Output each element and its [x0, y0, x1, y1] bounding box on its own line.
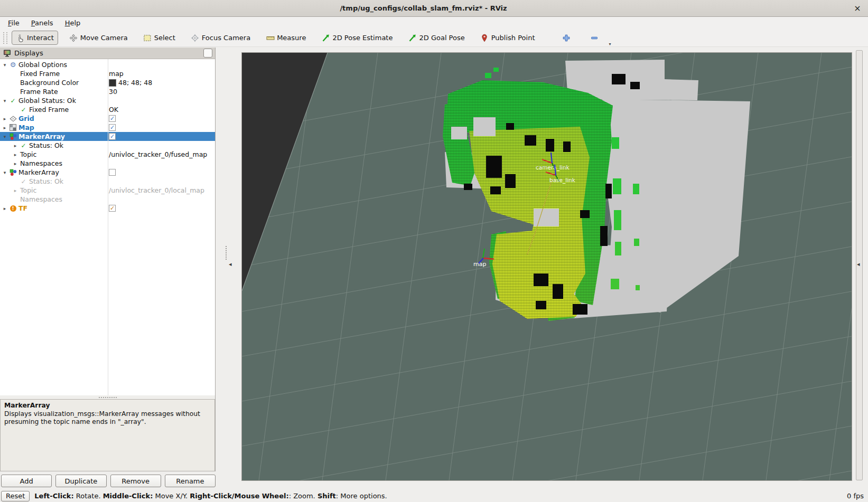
tool-label: Select	[154, 34, 175, 42]
3d-scene: camera_link base_link map	[242, 53, 852, 480]
toolbar-drag-handle[interactable]	[3, 32, 7, 44]
ruler-icon	[266, 33, 275, 42]
visibility-checkbox[interactable]	[109, 169, 116, 176]
property-value-cell: map	[109, 69, 124, 78]
display-row-15-namespaces[interactable]: Namespaces	[0, 195, 215, 204]
overflow-arrow-icon[interactable]: ▾	[609, 42, 611, 46]
display-row-label: Background Color	[19, 79, 79, 87]
display-row-9-status-ok[interactable]: ▸✓Status: Ok	[0, 141, 215, 150]
panel-splitter-handle[interactable]	[0, 395, 215, 399]
display-row-12-markerarray[interactable]: ▾MarkerArray	[0, 168, 215, 177]
display-actions: AddDuplicateRemoveRename	[1, 475, 216, 487]
display-row-7-map[interactable]: ▸Map✓	[0, 123, 215, 132]
display-row-13-status-ok[interactable]: ✓Status: Ok	[0, 177, 215, 186]
fps-counter: 0 fps	[847, 492, 864, 500]
tool-2d-pose-estimate[interactable]: 2D Pose Estimate	[317, 31, 397, 45]
tool-move-camera[interactable]: Move Camera	[65, 31, 132, 45]
description-body: Displays visualization_msgs::MarkerArray…	[4, 410, 211, 427]
display-row-14-topic[interactable]: ▸Topic/univloc_tracker_0/local_map	[0, 186, 215, 195]
panel-resize-handle[interactable]	[226, 246, 228, 260]
display-row-label: Topic	[19, 186, 36, 194]
expander-icon[interactable]: ▸	[12, 143, 19, 148]
display-row-8-markerarray[interactable]: ▾MarkerArray✓	[0, 132, 215, 141]
display-row-1-fixed-frame[interactable]: Fixed Framemap	[0, 69, 215, 78]
property-value[interactable]: map	[109, 70, 124, 78]
color-swatch	[109, 79, 116, 87]
reset-button[interactable]: Reset	[1, 491, 30, 501]
marker-array-icon	[8, 169, 17, 176]
expander-icon[interactable]: ▸	[1, 206, 8, 211]
display-row-label: MarkerArray	[17, 168, 59, 176]
expander-icon[interactable]: ▾	[1, 170, 8, 175]
duplicate-button[interactable]: Duplicate	[55, 475, 106, 487]
remove-button[interactable]: Remove	[110, 475, 161, 487]
display-row-4-global-status-ok[interactable]: ▾✓Global Status: Ok	[0, 96, 215, 105]
check-icon: ✓	[19, 106, 28, 113]
expander-icon[interactable]: ▸	[12, 161, 19, 166]
display-row-10-topic[interactable]: ▸Topic/univloc_tracker_0/fused_map	[0, 150, 215, 159]
tool-focus-camera[interactable]: Focus Camera	[186, 31, 255, 45]
expander-icon[interactable]: ▾	[1, 98, 8, 103]
expander-icon[interactable]: ▸	[12, 152, 19, 157]
property-value-cell: ✓	[109, 123, 116, 132]
expander-icon[interactable]: ▾	[1, 134, 8, 139]
help-segment: Middle-Click:	[103, 492, 153, 500]
help-segment: Move X/Y.	[153, 492, 190, 500]
tool-label: 2D Pose Estimate	[332, 34, 393, 42]
display-row-label: Frame Rate	[19, 88, 58, 96]
display-row-label: Grid	[17, 115, 34, 122]
marker-array-icon	[8, 133, 17, 140]
move-arrows-icon	[69, 33, 78, 42]
visibility-checkbox[interactable]: ✓	[109, 124, 116, 131]
expander-icon[interactable]: ▸	[1, 125, 8, 130]
collapse-right-arrow-icon[interactable]: ◂	[857, 261, 860, 268]
menu-item-help[interactable]: Help	[59, 18, 87, 28]
visibility-checkbox[interactable]: ✓	[109, 115, 116, 122]
display-row-2-background-color[interactable]: Background Color48; 48; 48	[0, 78, 215, 87]
panel-float-button[interactable]	[203, 49, 212, 58]
visibility-checkbox[interactable]: ✓	[109, 133, 116, 140]
tool-label: 2D Goal Pose	[419, 34, 464, 42]
expander-icon[interactable]: ▾	[1, 62, 8, 68]
property-value[interactable]: 30	[109, 88, 117, 96]
collapsed-right-panel-handle[interactable]: ◂	[856, 50, 863, 480]
tool-select[interactable]: Select	[139, 31, 180, 45]
expander-icon[interactable]: ▸	[12, 188, 19, 193]
menu-item-panels[interactable]: Panels	[25, 18, 59, 28]
close-button[interactable]: ×	[847, 3, 868, 13]
display-row-label: Fixed Frame	[28, 106, 69, 113]
help-segment: Left-Click:	[34, 492, 73, 500]
display-row-label: Fixed Frame	[19, 70, 60, 78]
display-row-label: Status: Ok	[28, 141, 63, 149]
display-row-5-fixed-frame[interactable]: ✓Fixed FrameOK	[0, 105, 215, 114]
tool-interact[interactable]: Interact	[12, 31, 58, 45]
add-tool-button[interactable]	[557, 31, 575, 45]
collapse-left-arrow-icon[interactable]: ◂	[229, 261, 232, 268]
display-row-3-frame-rate[interactable]: Frame Rate30	[0, 87, 215, 96]
expander-icon[interactable]: ▸	[1, 116, 8, 121]
property-value-cell: /univloc_tracker_0/fused_map	[109, 150, 207, 159]
displays-panel-header[interactable]: Displays	[0, 48, 215, 59]
check-icon: ✓	[8, 97, 17, 105]
remove-tool-button[interactable]: ▾	[585, 31, 603, 45]
property-value[interactable]: 48; 48; 48	[118, 79, 152, 87]
mouse-help-text: Left-Click: Rotate. Middle-Click: Move X…	[34, 492, 847, 500]
display-row-11-namespaces[interactable]: ▸Namespaces	[0, 159, 215, 168]
display-row-16-tf[interactable]: ▸!TF✓	[0, 204, 215, 213]
tool-publish-point[interactable]: Publish Point	[476, 31, 539, 45]
display-row-label: Namespaces	[19, 159, 62, 167]
3d-viewport[interactable]: camera_link base_link map	[242, 53, 852, 480]
rename-button[interactable]: Rename	[165, 475, 216, 487]
property-value-cell: OK	[109, 105, 118, 114]
display-row-6-grid[interactable]: ▸Grid✓	[0, 114, 215, 123]
tool-label: Focus Camera	[202, 34, 250, 42]
tool-measure[interactable]: Measure	[262, 31, 310, 45]
menu-item-file[interactable]: File	[2, 18, 25, 28]
add-button[interactable]: Add	[1, 475, 52, 487]
tool-2d-goal-pose[interactable]: 2D Goal Pose	[404, 31, 469, 45]
visibility-checkbox[interactable]: ✓	[109, 205, 116, 212]
property-value[interactable]: /univloc_tracker_0/local_map	[109, 186, 204, 194]
displays-icon	[3, 49, 12, 58]
property-value[interactable]: /univloc_tracker_0/fused_map	[109, 150, 207, 158]
display-row-0-global-options[interactable]: ▾⚙Global Options	[0, 60, 215, 69]
